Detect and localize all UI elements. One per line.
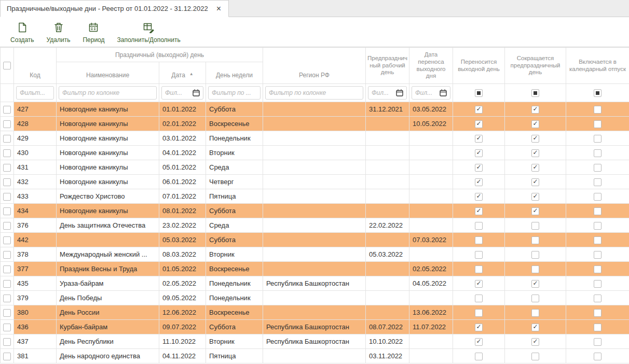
shortened-checkbox[interactable] (531, 236, 539, 244)
transferred-checkbox[interactable] (475, 178, 483, 186)
row-select-checkbox[interactable] (3, 164, 11, 172)
vacation-checkbox[interactable] (594, 324, 601, 331)
filter-code-input[interactable] (20, 89, 50, 96)
table-row[interactable]: 379День Победы09.05.2022Понедельник (1, 291, 629, 305)
transferred-checkbox[interactable] (475, 149, 483, 157)
transferred-checkbox[interactable] (475, 164, 483, 172)
column-header-transferred[interactable]: Переносится выходной день (453, 48, 505, 84)
filter-region-input[interactable] (269, 89, 360, 96)
transferred-checkbox[interactable] (475, 280, 483, 288)
row-select-checkbox[interactable] (3, 207, 11, 215)
column-header-region[interactable]: Регион РФ (263, 48, 366, 84)
table-row[interactable]: 430Новогодние каникулы04.01.2022Вторник (1, 146, 629, 160)
shortened-checkbox[interactable] (531, 120, 539, 128)
calendar-icon[interactable] (396, 89, 403, 96)
vacation-checkbox[interactable] (594, 280, 601, 288)
column-header-preholiday[interactable]: Предпраздничный рабочий день (366, 48, 409, 84)
transferred-checkbox[interactable] (475, 106, 483, 114)
row-select-checkbox[interactable] (3, 251, 11, 259)
row-select-checkbox[interactable] (3, 106, 11, 114)
select-all-checkbox[interactable] (3, 62, 11, 69)
shortened-checkbox[interactable] (531, 193, 539, 201)
transferred-checkbox[interactable] (475, 265, 483, 273)
vacation-checkbox[interactable] (594, 178, 601, 186)
column-header-date[interactable]: Дата▲ (159, 62, 206, 84)
row-select-checkbox[interactable] (3, 149, 11, 157)
table-row[interactable]: 376День защитника Отечества23.02.2022Сре… (1, 218, 629, 233)
filter-weekday-input[interactable] (212, 89, 257, 96)
shortened-checkbox[interactable] (531, 251, 539, 259)
vacation-checkbox[interactable] (594, 135, 601, 143)
transferred-checkbox[interactable] (475, 193, 483, 201)
table-row[interactable]: 435Ураза-байрам02.05.2022ПонедельникРесп… (1, 276, 629, 291)
row-select-checkbox[interactable] (3, 309, 11, 317)
transferred-checkbox[interactable] (475, 338, 483, 346)
table-row[interactable]: 432Новогодние каникулы06.01.2022Четверг (1, 175, 629, 189)
shortened-checkbox[interactable] (531, 164, 539, 172)
shortened-checkbox[interactable] (531, 178, 539, 186)
shortened-checkbox[interactable] (531, 149, 539, 157)
column-header-vacation[interactable]: Включается в календарный отпуск (566, 48, 629, 84)
shortened-checkbox[interactable] (531, 338, 539, 346)
table-row[interactable]: 431Новогодние каникулы05.01.2022Среда (1, 160, 629, 175)
shortened-checkbox[interactable] (531, 309, 539, 317)
table-row[interactable]: 437День Республики11.10.2022ВторникРеспу… (1, 334, 629, 349)
filter-name-input[interactable] (62, 89, 153, 96)
period-button[interactable]: Период (83, 22, 104, 44)
vacation-checkbox[interactable] (594, 193, 601, 201)
shortened-checkbox[interactable] (531, 106, 539, 114)
table-row[interactable]: 436Курбан-байрам09.07.2022СубботаРеспубл… (1, 320, 629, 334)
table-row[interactable]: 429Новогодние каникулы03.01.2022Понедель… (1, 131, 629, 146)
row-select-checkbox[interactable] (3, 338, 11, 346)
transferred-checkbox[interactable] (475, 120, 483, 128)
row-select-checkbox[interactable] (3, 236, 11, 244)
tab-close-icon[interactable]: × (215, 5, 222, 13)
vacation-checkbox[interactable] (594, 309, 601, 317)
filter-transferred-checkbox[interactable] (475, 89, 483, 97)
table-row[interactable]: 377Праздник Весны и Труда01.05.2022Воскр… (1, 262, 629, 276)
shortened-checkbox[interactable] (531, 353, 539, 360)
row-select-checkbox[interactable] (3, 280, 11, 288)
filter-vacation-checkbox[interactable] (594, 89, 601, 97)
column-header-transfer-date[interactable]: Дата переноса выходного дня (409, 48, 453, 84)
transferred-checkbox[interactable] (475, 222, 483, 230)
transferred-checkbox[interactable] (475, 295, 483, 302)
delete-button[interactable]: Удалить (47, 22, 71, 44)
vacation-checkbox[interactable] (594, 353, 601, 360)
shortened-checkbox[interactable] (531, 265, 539, 273)
transferred-checkbox[interactable] (475, 353, 483, 360)
vacation-checkbox[interactable] (594, 338, 601, 346)
table-row[interactable]: 427Новогодние каникулы01.01.2022Суббота3… (1, 102, 629, 117)
shortened-checkbox[interactable] (531, 295, 539, 302)
vacation-checkbox[interactable] (594, 120, 601, 128)
fill-append-button[interactable]: Заполнить/Дополнить (117, 22, 181, 44)
vacation-checkbox[interactable] (594, 236, 601, 244)
tab-holidays-registry[interactable]: Праздничные/выходные дни - Реестр от 01.… (0, 0, 229, 17)
column-header-weekday[interactable]: День недели (206, 62, 263, 84)
row-select-checkbox[interactable] (3, 324, 11, 331)
vacation-checkbox[interactable] (594, 222, 601, 230)
transferred-checkbox[interactable] (475, 207, 483, 215)
vacation-checkbox[interactable] (594, 251, 601, 259)
column-header-code[interactable]: Код (14, 48, 57, 84)
shortened-checkbox[interactable] (531, 207, 539, 215)
vacation-checkbox[interactable] (594, 106, 601, 114)
transferred-checkbox[interactable] (475, 135, 483, 143)
vacation-checkbox[interactable] (594, 295, 601, 302)
create-button[interactable]: Создать (10, 22, 34, 44)
table-row[interactable]: 433Рождество Христово07.01.2022Пятница (1, 189, 629, 204)
row-select-checkbox[interactable] (3, 222, 11, 230)
shortened-checkbox[interactable] (531, 324, 539, 331)
filter-date-input[interactable] (165, 89, 190, 96)
shortened-checkbox[interactable] (531, 280, 539, 288)
filter-transfer-input[interactable] (415, 89, 437, 96)
vacation-checkbox[interactable] (594, 265, 601, 273)
transferred-checkbox[interactable] (475, 309, 483, 317)
transferred-checkbox[interactable] (475, 251, 483, 259)
row-select-checkbox[interactable] (3, 178, 11, 186)
row-select-checkbox[interactable] (3, 120, 11, 128)
calendar-icon[interactable] (193, 89, 200, 96)
filter-shortened-checkbox[interactable] (531, 89, 539, 97)
row-select-checkbox[interactable] (3, 265, 11, 273)
table-row[interactable]: 381День народного единства04.11.2022Пятн… (1, 349, 629, 363)
